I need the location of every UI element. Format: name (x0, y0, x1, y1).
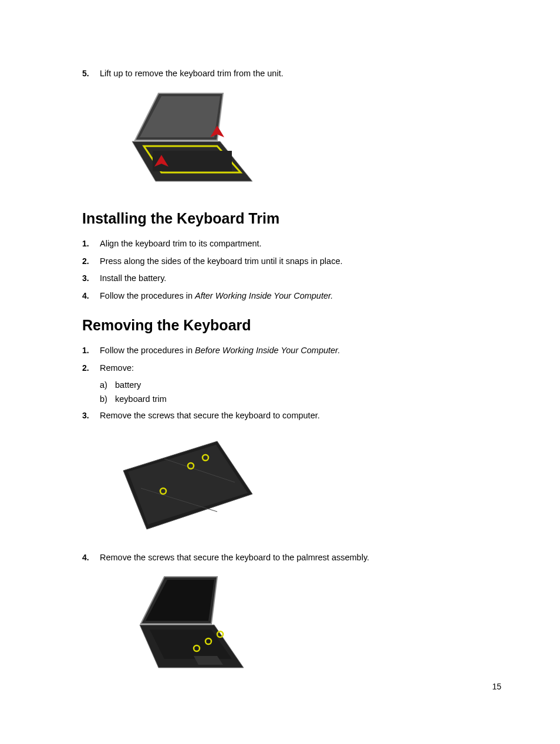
heading-removing-keyboard: Removing the Keyboard (82, 317, 501, 334)
laptop-palmrest-screws-icon (100, 571, 264, 688)
step-text: Press along the sides of the keyboard tr… (100, 255, 501, 268)
step-text-prefix: Follow the procedures in (100, 291, 195, 300)
heading-installing-keyboard-trim: Installing the Keyboard Trim (82, 210, 501, 227)
step-number: 3. (82, 410, 100, 422)
figure-bottom-screws (100, 430, 501, 541)
step-text: Lift up to remove the keyboard trim from… (100, 67, 501, 80)
step-number: 2. (82, 362, 100, 375)
step-number: 5. (82, 67, 100, 80)
remove-step-3: 3. Remove the screws that secure the key… (82, 410, 501, 422)
page-number: 15 (492, 682, 501, 691)
step-number: 3. (82, 272, 100, 285)
step-number: 1. (82, 344, 100, 357)
step-text: Remove: (100, 362, 501, 375)
step-text-italic: Before Working Inside Your Computer. (195, 346, 340, 355)
remove-step-2: 2. Remove: (82, 362, 501, 375)
remove-step-2a: a) battery (100, 379, 501, 392)
step-text-italic: After Working Inside Your Computer. (195, 291, 333, 300)
step-text: Align the keyboard trim to its compartme… (100, 238, 501, 251)
step-text: Remove the screws that secure the keyboa… (100, 552, 501, 564)
install-step-3: 3. Install the battery. (82, 272, 501, 285)
laptop-bottom-screws-icon (100, 430, 264, 541)
install-step-2: 2. Press along the sides of the keyboard… (82, 255, 501, 268)
figure-palmrest-screws (100, 571, 501, 688)
svg-marker-1 (140, 96, 220, 137)
step-text-prefix: Follow the procedures in (100, 346, 195, 355)
install-step-4: 4. Follow the procedures in After Workin… (82, 290, 501, 303)
step-text: Remove the screws that secure the keyboa… (100, 410, 501, 422)
remove-step-4: 4. Remove the screws that secure the key… (82, 552, 501, 564)
step-number: 4. (82, 552, 100, 564)
remove-step-2b: b) keyboard trim (100, 393, 501, 406)
step-text: Follow the procedures in Before Working … (100, 344, 501, 357)
step-number: 2. (82, 255, 100, 268)
step-number: 4. (82, 290, 100, 303)
step-number: 1. (82, 238, 100, 251)
step-5: 5. Lift up to remove the keyboard trim f… (82, 67, 501, 80)
sub-letter: b) (100, 393, 115, 406)
sub-text: battery (115, 379, 141, 392)
sub-text: keyboard trim (115, 393, 167, 406)
figure-keyboard-trim-lift (100, 87, 501, 196)
sub-letter: a) (100, 379, 115, 392)
step-text: Follow the procedures in After Working I… (100, 290, 501, 303)
install-step-1: 1. Align the keyboard trim to its compar… (82, 238, 501, 251)
remove-step-1: 1. Follow the procedures in Before Worki… (82, 344, 501, 357)
step-text: Install the battery. (100, 272, 501, 285)
laptop-trim-lift-icon (100, 87, 264, 196)
